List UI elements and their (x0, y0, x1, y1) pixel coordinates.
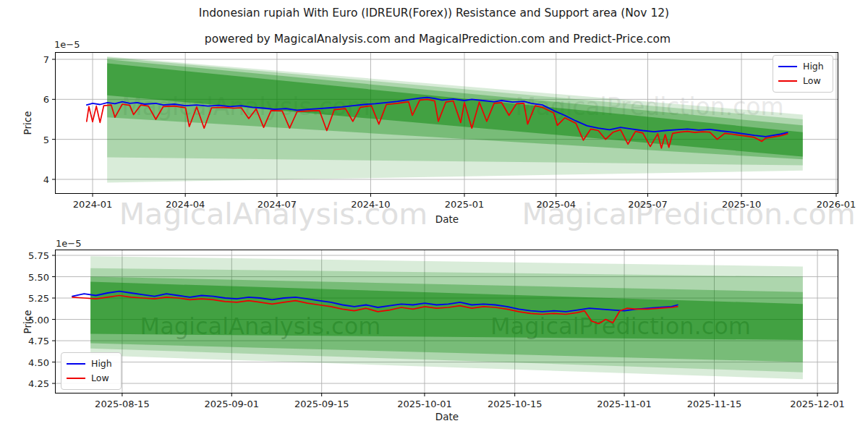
x-tick-label: 2025-04 (537, 199, 576, 210)
y-tick-label: 5.75 (6, 250, 49, 261)
y-tick-label: 4 (6, 174, 49, 184)
y-axis-offset-label: 1e−5 (54, 39, 80, 50)
x-tick-label: 2025-11-01 (597, 399, 652, 409)
legend-item-low: Low (67, 371, 116, 386)
legend-label: Low (803, 77, 821, 86)
y-tick-label: 4.25 (6, 378, 49, 389)
y-tick-label: 5.50 (6, 271, 49, 282)
x-tick-label: 2024-04 (166, 199, 205, 210)
high-line-sample (778, 66, 797, 68)
x-tick-label: 2024-01 (73, 199, 112, 210)
low-line-sample (778, 80, 797, 82)
legend-label: High (803, 62, 824, 72)
legend: High Low (61, 352, 122, 390)
x-tick-label: 2024-07 (258, 199, 297, 210)
x-tick-label: 2025-12-01 (790, 399, 845, 409)
chart-subtitle: powered by MagicalAnalysis.com and Magic… (205, 33, 671, 46)
legend-item-high: High (778, 59, 827, 74)
x-tick-label: 2025-10-15 (488, 399, 542, 409)
y-tick-label: 4.50 (6, 357, 49, 367)
legend: High Low (773, 55, 833, 93)
main-chart-plot-area (55, 52, 838, 194)
x-axis-label: Date (435, 411, 459, 422)
x-axis-label: Date (435, 213, 459, 225)
y-axis-label: Price (22, 111, 33, 135)
x-tick-label: 2025-07 (628, 199, 667, 210)
legend-label: Low (91, 374, 109, 383)
chart-title: Indonesian rupiah With Euro (IDREUR(Fore… (199, 7, 669, 20)
figure: Indonesian rupiah With Euro (IDREUR(Fore… (0, 0, 868, 434)
x-tick-label: 2025-08-15 (95, 399, 150, 409)
y-tick-label: 5 (6, 134, 49, 145)
y-axis-offset-label: 1e−5 (56, 238, 81, 249)
legend-item-high: High (67, 357, 116, 371)
x-tick-label: 2025-09-01 (204, 399, 259, 409)
y-tick-label: 5.00 (6, 314, 49, 325)
y-tick-label: 6 (6, 94, 49, 105)
x-tick-label: 2025-09-15 (294, 399, 349, 409)
x-tick-label: 2025-10-01 (397, 399, 452, 409)
x-tick-label: 2025-01 (445, 199, 484, 210)
y-tick-label: 4.75 (6, 336, 49, 346)
y-tick-label: 5.25 (6, 293, 49, 304)
legend-label: High (91, 359, 112, 369)
x-tick-label: 2025-11-15 (687, 399, 742, 409)
x-tick-label: 2024-10 (351, 199, 390, 210)
low-line-sample (67, 378, 85, 380)
x-tick-label: 2025-10 (722, 199, 761, 210)
x-tick-label: 2026-01 (817, 199, 856, 210)
high-line-sample (67, 363, 85, 365)
y-tick-label: 7 (6, 54, 49, 65)
zoom-chart-plot-area (55, 250, 838, 393)
legend-item-low: Low (778, 74, 827, 88)
